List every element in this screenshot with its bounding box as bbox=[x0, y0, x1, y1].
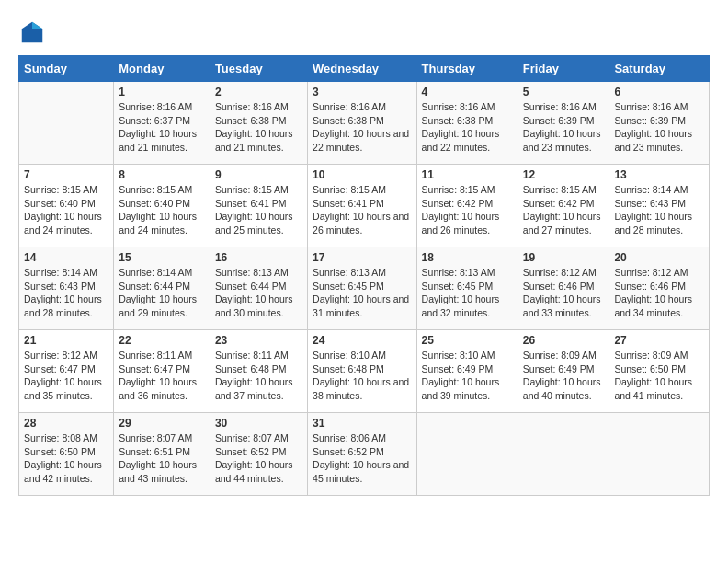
calendar-cell bbox=[518, 413, 609, 496]
cell-content: Sunrise: 8:15 AM Sunset: 6:42 PM Dayligh… bbox=[523, 183, 605, 237]
calendar-cell: 15Sunrise: 8:14 AM Sunset: 6:44 PM Dayli… bbox=[114, 247, 210, 330]
day-number: 29 bbox=[119, 417, 205, 430]
week-row-1: 7Sunrise: 8:15 AM Sunset: 6:40 PM Daylig… bbox=[19, 165, 710, 247]
cell-content: Sunrise: 8:09 AM Sunset: 6:50 PM Dayligh… bbox=[614, 349, 704, 403]
header-cell-monday: Monday bbox=[114, 56, 210, 82]
day-number: 30 bbox=[215, 417, 302, 430]
cell-content: Sunrise: 8:11 AM Sunset: 6:48 PM Dayligh… bbox=[215, 349, 302, 403]
cell-content: Sunrise: 8:13 AM Sunset: 6:45 PM Dayligh… bbox=[313, 266, 411, 320]
calendar-cell: 9Sunrise: 8:15 AM Sunset: 6:41 PM Daylig… bbox=[210, 165, 307, 247]
calendar-cell bbox=[416, 413, 518, 496]
header-cell-saturday: Saturday bbox=[609, 56, 710, 82]
calendar-cell: 2Sunrise: 8:16 AM Sunset: 6:38 PM Daylig… bbox=[210, 82, 307, 165]
cell-content: Sunrise: 8:14 AM Sunset: 6:44 PM Dayligh… bbox=[119, 266, 205, 320]
cell-content: Sunrise: 8:16 AM Sunset: 6:38 PM Dayligh… bbox=[215, 100, 302, 155]
day-number: 16 bbox=[215, 251, 302, 264]
svg-marker-1 bbox=[32, 22, 42, 29]
day-number: 12 bbox=[523, 168, 605, 181]
calendar-cell: 12Sunrise: 8:15 AM Sunset: 6:42 PM Dayli… bbox=[518, 165, 609, 247]
cell-content: Sunrise: 8:16 AM Sunset: 6:39 PM Dayligh… bbox=[614, 100, 704, 155]
day-number: 9 bbox=[215, 168, 302, 181]
day-number: 18 bbox=[422, 251, 513, 264]
calendar-cell: 8Sunrise: 8:15 AM Sunset: 6:40 PM Daylig… bbox=[114, 165, 210, 247]
cell-content: Sunrise: 8:07 AM Sunset: 6:52 PM Dayligh… bbox=[215, 431, 302, 486]
cell-content: Sunrise: 8:16 AM Sunset: 6:39 PM Dayligh… bbox=[523, 100, 605, 155]
cell-content: Sunrise: 8:12 AM Sunset: 6:46 PM Dayligh… bbox=[614, 266, 704, 320]
calendar-cell: 26Sunrise: 8:09 AM Sunset: 6:49 PM Dayli… bbox=[518, 330, 609, 413]
calendar-cell: 25Sunrise: 8:10 AM Sunset: 6:49 PM Dayli… bbox=[416, 330, 518, 413]
cell-content: Sunrise: 8:13 AM Sunset: 6:45 PM Dayligh… bbox=[422, 266, 513, 320]
calendar-cell: 27Sunrise: 8:09 AM Sunset: 6:50 PM Dayli… bbox=[609, 330, 710, 413]
day-number: 24 bbox=[313, 334, 411, 347]
cell-content: Sunrise: 8:16 AM Sunset: 6:38 PM Dayligh… bbox=[313, 100, 411, 155]
day-number: 26 bbox=[523, 334, 605, 347]
day-number: 6 bbox=[614, 86, 704, 98]
cell-content: Sunrise: 8:08 AM Sunset: 6:50 PM Dayligh… bbox=[24, 431, 108, 486]
day-number: 21 bbox=[24, 334, 108, 347]
cell-content: Sunrise: 8:14 AM Sunset: 6:43 PM Dayligh… bbox=[614, 183, 704, 237]
calendar-cell: 16Sunrise: 8:13 AM Sunset: 6:44 PM Dayli… bbox=[210, 247, 307, 330]
week-row-3: 21Sunrise: 8:12 AM Sunset: 6:47 PM Dayli… bbox=[19, 330, 710, 413]
calendar-cell: 30Sunrise: 8:07 AM Sunset: 6:52 PM Dayli… bbox=[210, 413, 307, 496]
cell-content: Sunrise: 8:14 AM Sunset: 6:43 PM Dayligh… bbox=[24, 266, 108, 320]
calendar-cell: 23Sunrise: 8:11 AM Sunset: 6:48 PM Dayli… bbox=[210, 330, 307, 413]
header-row: SundayMondayTuesdayWednesdayThursdayFrid… bbox=[19, 56, 710, 82]
cell-content: Sunrise: 8:10 AM Sunset: 6:48 PM Dayligh… bbox=[313, 349, 411, 403]
cell-content: Sunrise: 8:12 AM Sunset: 6:47 PM Dayligh… bbox=[24, 349, 108, 403]
day-number: 22 bbox=[119, 334, 205, 347]
cell-content: Sunrise: 8:15 AM Sunset: 6:40 PM Dayligh… bbox=[24, 183, 108, 237]
header-cell-friday: Friday bbox=[518, 56, 609, 82]
calendar-cell: 7Sunrise: 8:15 AM Sunset: 6:40 PM Daylig… bbox=[19, 165, 114, 247]
cell-content: Sunrise: 8:15 AM Sunset: 6:42 PM Dayligh… bbox=[422, 183, 513, 237]
cell-content: Sunrise: 8:09 AM Sunset: 6:49 PM Dayligh… bbox=[523, 349, 605, 403]
header bbox=[18, 18, 710, 46]
calendar-cell: 28Sunrise: 8:08 AM Sunset: 6:50 PM Dayli… bbox=[19, 413, 114, 496]
calendar-cell: 17Sunrise: 8:13 AM Sunset: 6:45 PM Dayli… bbox=[308, 247, 416, 330]
calendar-cell: 11Sunrise: 8:15 AM Sunset: 6:42 PM Dayli… bbox=[416, 165, 518, 247]
calendar-cell: 10Sunrise: 8:15 AM Sunset: 6:41 PM Dayli… bbox=[308, 165, 416, 247]
day-number: 27 bbox=[614, 334, 704, 347]
cell-content: Sunrise: 8:16 AM Sunset: 6:38 PM Dayligh… bbox=[422, 100, 513, 155]
cell-content: Sunrise: 8:12 AM Sunset: 6:46 PM Dayligh… bbox=[523, 266, 605, 320]
day-number: 15 bbox=[119, 251, 205, 264]
cell-content: Sunrise: 8:15 AM Sunset: 6:40 PM Dayligh… bbox=[119, 183, 205, 237]
calendar-cell: 18Sunrise: 8:13 AM Sunset: 6:45 PM Dayli… bbox=[416, 247, 518, 330]
day-number: 17 bbox=[313, 251, 411, 264]
day-number: 7 bbox=[24, 168, 108, 181]
week-row-4: 28Sunrise: 8:08 AM Sunset: 6:50 PM Dayli… bbox=[19, 413, 710, 496]
calendar-cell: 20Sunrise: 8:12 AM Sunset: 6:46 PM Dayli… bbox=[609, 247, 710, 330]
header-cell-tuesday: Tuesday bbox=[210, 56, 307, 82]
calendar-cell: 14Sunrise: 8:14 AM Sunset: 6:43 PM Dayli… bbox=[19, 247, 114, 330]
calendar-cell: 21Sunrise: 8:12 AM Sunset: 6:47 PM Dayli… bbox=[19, 330, 114, 413]
calendar-cell: 5Sunrise: 8:16 AM Sunset: 6:39 PM Daylig… bbox=[518, 82, 609, 165]
calendar-cell bbox=[19, 82, 114, 165]
day-number: 8 bbox=[119, 168, 205, 181]
calendar-cell: 29Sunrise: 8:07 AM Sunset: 6:51 PM Dayli… bbox=[114, 413, 210, 496]
calendar-cell bbox=[609, 413, 710, 496]
header-cell-sunday: Sunday bbox=[19, 56, 114, 82]
calendar-table: SundayMondayTuesdayWednesdayThursdayFrid… bbox=[18, 55, 710, 496]
calendar-cell: 22Sunrise: 8:11 AM Sunset: 6:47 PM Dayli… bbox=[114, 330, 210, 413]
day-number: 5 bbox=[523, 86, 605, 98]
cell-content: Sunrise: 8:06 AM Sunset: 6:52 PM Dayligh… bbox=[313, 431, 411, 486]
cell-content: Sunrise: 8:10 AM Sunset: 6:49 PM Dayligh… bbox=[422, 349, 513, 403]
cell-content: Sunrise: 8:16 AM Sunset: 6:37 PM Dayligh… bbox=[119, 100, 205, 155]
logo bbox=[18, 18, 50, 46]
day-number: 25 bbox=[422, 334, 513, 347]
cell-content: Sunrise: 8:11 AM Sunset: 6:47 PM Dayligh… bbox=[119, 349, 205, 403]
calendar-cell: 13Sunrise: 8:14 AM Sunset: 6:43 PM Dayli… bbox=[609, 165, 710, 247]
calendar-cell: 19Sunrise: 8:12 AM Sunset: 6:46 PM Dayli… bbox=[518, 247, 609, 330]
cell-content: Sunrise: 8:15 AM Sunset: 6:41 PM Dayligh… bbox=[313, 183, 411, 237]
day-number: 2 bbox=[215, 86, 302, 98]
day-number: 4 bbox=[422, 86, 513, 98]
day-number: 11 bbox=[422, 168, 513, 181]
logo-icon bbox=[18, 18, 46, 46]
calendar-cell: 6Sunrise: 8:16 AM Sunset: 6:39 PM Daylig… bbox=[609, 82, 710, 165]
day-number: 10 bbox=[313, 168, 411, 181]
cell-content: Sunrise: 8:13 AM Sunset: 6:44 PM Dayligh… bbox=[215, 266, 302, 320]
calendar-cell: 3Sunrise: 8:16 AM Sunset: 6:38 PM Daylig… bbox=[308, 82, 416, 165]
calendar-cell: 24Sunrise: 8:10 AM Sunset: 6:48 PM Dayli… bbox=[308, 330, 416, 413]
day-number: 28 bbox=[24, 417, 108, 430]
day-number: 23 bbox=[215, 334, 302, 347]
header-cell-thursday: Thursday bbox=[416, 56, 518, 82]
